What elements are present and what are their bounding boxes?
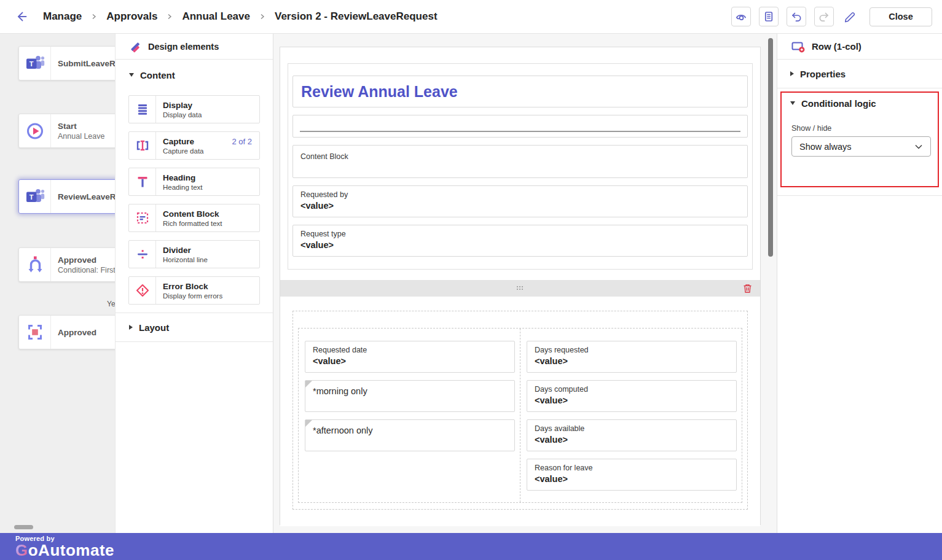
content-section-toggle[interactable]: Content bbox=[116, 67, 273, 83]
field-days-requested[interactable]: Days requested <value> bbox=[527, 341, 737, 373]
svg-text:T: T bbox=[29, 60, 33, 68]
divider-icon bbox=[135, 247, 150, 262]
redo-button[interactable] bbox=[814, 7, 834, 26]
chevron-down-icon bbox=[129, 73, 134, 77]
element-desc: Capture data bbox=[163, 147, 259, 155]
element-title: Display bbox=[163, 101, 192, 110]
layout-section-toggle[interactable]: Layout bbox=[116, 313, 273, 341]
breadcrumb-annual-leave[interactable]: Annual Leave bbox=[182, 10, 250, 23]
canvas-vertical-scrollbar[interactable] bbox=[768, 38, 773, 257]
node-label: Approved bbox=[58, 328, 96, 337]
element-card-heading[interactable]: Heading Heading text bbox=[128, 168, 260, 196]
node-label: Start bbox=[58, 122, 104, 131]
inspector-title: Row (1-col) bbox=[812, 41, 862, 52]
field-reason-for-leave[interactable]: Reason for leave <value> bbox=[527, 459, 737, 491]
breadcrumb-approvals[interactable]: Approvals bbox=[106, 10, 157, 23]
row-column-left: Requested date <value> *morning only *af… bbox=[299, 329, 520, 502]
divider-line bbox=[300, 131, 740, 132]
close-button[interactable]: Close bbox=[869, 7, 932, 26]
design-panel-title: Design elements bbox=[148, 42, 219, 52]
element-card-capture[interactable]: Capture 2 of 2 Capture data bbox=[128, 131, 260, 160]
field-value: <value> bbox=[535, 474, 729, 484]
field-label: Days requested bbox=[535, 346, 729, 354]
node-sublabel: Conditional: First bbox=[58, 266, 115, 274]
show-hide-label: Show / hide bbox=[791, 124, 831, 133]
element-card-content-block[interactable]: Content Block Rich formatted text bbox=[128, 204, 260, 232]
error-block-icon bbox=[135, 283, 150, 298]
element-title: Divider bbox=[163, 246, 191, 255]
svg-text:T: T bbox=[29, 193, 33, 201]
element-desc: Horizontal line bbox=[163, 256, 259, 263]
element-card-display[interactable]: Display Display data bbox=[128, 95, 260, 123]
field-morning-only[interactable]: *morning only bbox=[305, 380, 515, 412]
workflow-node-approved-end[interactable]: Approved bbox=[18, 315, 115, 349]
field-value: <value> bbox=[535, 356, 729, 366]
start-play-icon bbox=[25, 120, 45, 141]
field-label: Days available bbox=[535, 424, 729, 433]
field-requested-date[interactable]: Requested date <value> bbox=[305, 341, 515, 373]
undo-button[interactable] bbox=[787, 7, 806, 26]
node-label: ReviewLeaveR bbox=[58, 192, 115, 201]
workflow-node-approved-conditional[interactable]: Approved Conditional: First bbox=[18, 247, 115, 282]
form-section-top[interactable]: Review Annual Leave Content Block Reques… bbox=[288, 63, 753, 270]
teams-icon: T bbox=[25, 53, 45, 74]
layout-section-label: Layout bbox=[139, 322, 169, 333]
chevron-down-icon bbox=[790, 101, 795, 105]
breadcrumb: Manage Approvals Annual Leave Version 2 … bbox=[43, 10, 438, 23]
workflow-node-reviewleaverequest[interactable]: T ReviewLeaveR bbox=[18, 179, 115, 214]
chevron-right-icon bbox=[790, 71, 794, 76]
field-label: Requested by bbox=[300, 190, 740, 199]
element-desc: Display form errors bbox=[163, 292, 259, 300]
panel-divider bbox=[116, 341, 273, 342]
field-requested-by[interactable]: Requested by <value> bbox=[292, 185, 748, 217]
document-icon bbox=[763, 10, 775, 23]
inspector-panel: Row (1-col) Properties Conditional logic… bbox=[777, 34, 942, 533]
design-element-list: Display Display data Capture 2 of 2 Capt… bbox=[116, 83, 273, 305]
field-label: *morning only bbox=[313, 386, 367, 396]
back-button[interactable] bbox=[11, 6, 32, 27]
edit-button[interactable] bbox=[840, 7, 860, 26]
form-canvas: Review Annual Leave Content Block Reques… bbox=[273, 34, 777, 533]
delete-row-button[interactable] bbox=[742, 283, 753, 296]
trash-icon bbox=[742, 283, 753, 294]
field-label: *afternoon only bbox=[313, 426, 373, 435]
drag-handle-icon[interactable] bbox=[517, 286, 524, 291]
field-value: <value> bbox=[535, 435, 729, 445]
divider-element[interactable] bbox=[292, 115, 748, 138]
breadcrumb-manage[interactable]: Manage bbox=[43, 10, 82, 23]
field-days-computed[interactable]: Days computed <value> bbox=[527, 380, 737, 412]
element-desc: Rich formatted text bbox=[163, 220, 259, 227]
row-column-right: Days requested <value> Days computed <va… bbox=[520, 329, 742, 502]
workflow-horizontal-scrollbar[interactable] bbox=[14, 525, 33, 529]
form-page: Review Annual Leave Content Block Reques… bbox=[280, 47, 761, 525]
heading-element[interactable]: Review Annual Leave bbox=[292, 76, 748, 107]
topbar-actions: Close bbox=[723, 7, 932, 26]
field-request-type[interactable]: Request type <value> bbox=[292, 225, 748, 257]
workflow-node-start[interactable]: Start Annual Leave bbox=[18, 114, 115, 148]
undo-icon bbox=[790, 10, 803, 23]
row-body: Requested date <value> *morning only *af… bbox=[280, 297, 760, 526]
field-value: <value> bbox=[535, 395, 729, 405]
field-days-available[interactable]: Days available <value> bbox=[527, 419, 737, 451]
element-card-error-block[interactable]: Error Block Display form errors bbox=[128, 276, 260, 305]
conditional-logic-section-toggle[interactable]: Conditional logic bbox=[777, 89, 942, 117]
row-header bbox=[280, 280, 760, 297]
show-hide-dropdown[interactable]: Show always bbox=[791, 136, 931, 157]
selected-row-section[interactable]: Requested date <value> *morning only *af… bbox=[280, 280, 760, 526]
conditional-logic-label: Conditional logic bbox=[801, 98, 876, 109]
element-card-divider[interactable]: Divider Horizontal line bbox=[128, 240, 260, 268]
field-afternoon-only[interactable]: *afternoon only bbox=[305, 419, 515, 451]
properties-section-toggle[interactable]: Properties bbox=[777, 60, 942, 88]
form-list-button[interactable] bbox=[759, 7, 779, 26]
design-panel-header: Design elements bbox=[116, 34, 273, 60]
workflow-node-submitleaverequest[interactable]: T SubmitLeaveR bbox=[18, 46, 115, 80]
form-title: Review Annual Leave bbox=[301, 83, 458, 101]
panel-divider bbox=[777, 195, 942, 196]
eye-icon bbox=[735, 10, 747, 23]
logo-g: G bbox=[15, 542, 28, 558]
content-block-element[interactable]: Content Block bbox=[292, 145, 748, 178]
design-elements-icon bbox=[128, 40, 142, 53]
field-label: Reason for leave bbox=[535, 464, 729, 472]
preview-button[interactable] bbox=[731, 7, 751, 26]
top-bar: Manage Approvals Annual Leave Version 2 … bbox=[0, 0, 942, 34]
